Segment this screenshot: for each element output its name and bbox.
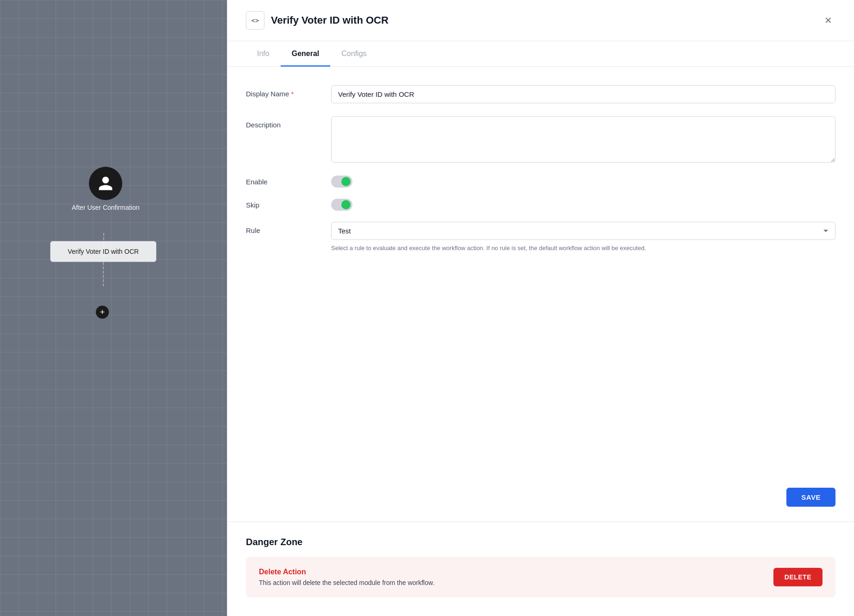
action-box[interactable]: Verify Voter ID with OCR	[50, 241, 157, 262]
tab-info[interactable]: Info	[246, 41, 281, 67]
save-button[interactable]: SAVE	[786, 488, 835, 507]
rule-row: Rule Test Rule 1 Rule 2 Select a rule to…	[246, 222, 835, 253]
action-node-label: Verify Voter ID with OCR	[68, 248, 138, 255]
skip-label: Skip	[246, 201, 320, 209]
description-input[interactable]	[331, 116, 835, 163]
save-row: SAVE	[227, 480, 854, 522]
display-name-input[interactable]	[331, 85, 835, 103]
display-name-row: Display Name*	[246, 85, 835, 103]
rule-right: Test Rule 1 Rule 2 Select a rule to eval…	[331, 222, 835, 253]
tab-configs[interactable]: Configs	[330, 41, 377, 67]
close-icon: ✕	[824, 15, 832, 26]
skip-toggle[interactable]	[331, 199, 352, 211]
danger-zone-section: Danger Zone Delete Action This action wi…	[227, 522, 854, 616]
skip-row: Skip	[246, 199, 835, 211]
required-indicator: *	[291, 90, 294, 98]
enable-thumb	[341, 177, 351, 186]
rule-select[interactable]: Test Rule 1 Rule 2	[331, 222, 835, 240]
add-node-button[interactable]: +	[96, 306, 109, 319]
user-avatar	[89, 167, 122, 200]
danger-card-content: Delete Action This action will delete th…	[259, 568, 434, 586]
enable-row: Enable	[246, 176, 835, 188]
user-node-label: After User Confirmation	[72, 204, 139, 211]
code-icon-button[interactable]: <>	[246, 11, 264, 30]
form-content: Display Name* Description Enable Skip	[227, 67, 854, 480]
connector-line-bottom	[103, 262, 104, 286]
enable-toggle[interactable]	[331, 176, 352, 188]
danger-card-desc: This action will delete the selected mod…	[259, 579, 434, 586]
user-node: After User Confirmation	[72, 167, 139, 211]
tab-general[interactable]: General	[281, 41, 331, 67]
tabs-bar: Info General Configs	[227, 41, 854, 67]
display-name-label: Display Name*	[246, 85, 320, 98]
detail-panel: <> Verify Voter ID with OCR ✕ Info Gener…	[227, 0, 854, 616]
workflow-canvas: After User Confirmation Verify Voter ID …	[0, 0, 227, 616]
user-icon	[97, 175, 114, 192]
description-row: Description	[246, 116, 835, 163]
skip-thumb	[341, 200, 351, 209]
enable-label: Enable	[246, 178, 320, 186]
danger-card: Delete Action This action will delete th…	[246, 557, 835, 597]
header-left: <> Verify Voter ID with OCR	[246, 11, 389, 30]
danger-card-title: Delete Action	[259, 568, 434, 576]
rule-hint: Select a rule to evaluate and execute th…	[331, 244, 835, 253]
action-node[interactable]: Verify Voter ID with OCR	[50, 241, 157, 286]
danger-zone-title: Danger Zone	[246, 537, 835, 547]
code-icon: <>	[251, 17, 259, 24]
rule-label: Rule	[246, 222, 320, 234]
add-icon: +	[100, 308, 105, 317]
close-button[interactable]: ✕	[821, 13, 835, 28]
description-label: Description	[246, 116, 320, 129]
delete-button[interactable]: DELETE	[773, 568, 823, 586]
panel-header: <> Verify Voter ID with OCR ✕	[227, 0, 854, 41]
panel-title: Verify Voter ID with OCR	[271, 14, 389, 26]
